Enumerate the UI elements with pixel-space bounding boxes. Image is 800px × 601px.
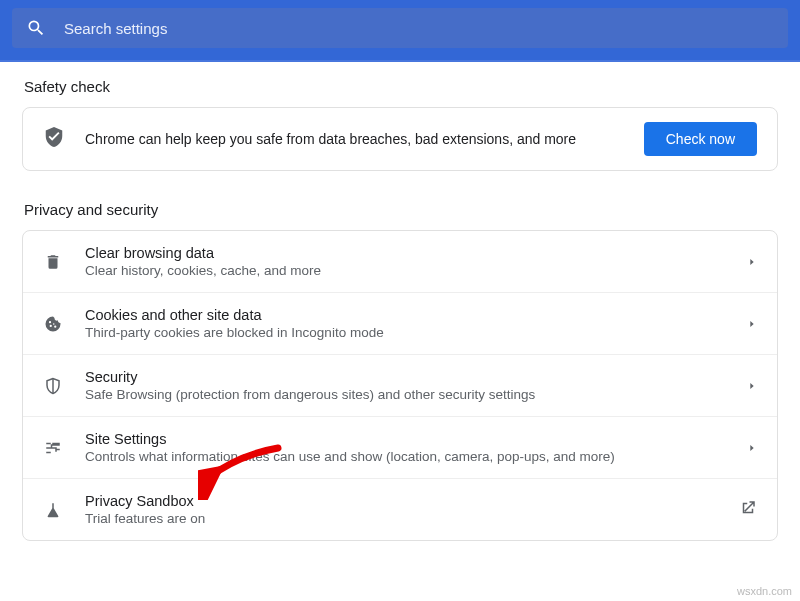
row-title: Clear browsing data [85,245,747,261]
row-title: Security [85,369,747,385]
privacy-security-heading: Privacy and security [0,171,800,228]
row-subtitle: Third-party cookies are blocked in Incog… [85,325,747,340]
row-body: SecuritySafe Browsing (protection from d… [85,369,747,402]
row-body: Privacy SandboxTrial features are on [85,493,739,526]
chevron-right-icon [747,439,757,457]
external-link-icon [739,499,757,521]
chevron-right-icon [747,253,757,271]
flask-icon [43,501,63,519]
privacy-item-clear-browsing-data[interactable]: Clear browsing dataClear history, cookie… [23,231,777,292]
row-title: Cookies and other site data [85,307,747,323]
row-body: Clear browsing dataClear history, cookie… [85,245,747,278]
check-now-button[interactable]: Check now [644,122,757,156]
search-icon [26,18,46,38]
row-title: Site Settings [85,431,747,447]
search-bar [0,0,800,62]
row-subtitle: Clear history, cookies, cache, and more [85,263,747,278]
watermark: wsxdn.com [737,585,792,597]
chevron-right-icon [747,315,757,333]
row-title: Privacy Sandbox [85,493,739,509]
cookie-icon [43,315,63,333]
row-subtitle: Trial features are on [85,511,739,526]
shield-icon [43,126,65,152]
search-input[interactable] [64,20,774,37]
row-body: Cookies and other site dataThird-party c… [85,307,747,340]
chevron-right-icon [747,377,757,395]
trash-icon [43,253,63,271]
row-body: Site SettingsControls what information s… [85,431,747,464]
search-box[interactable] [12,8,788,48]
shield-outline-icon [43,377,63,395]
safety-check-row: Chrome can help keep you safe from data … [23,108,777,170]
privacy-item-site-settings[interactable]: Site SettingsControls what information s… [23,416,777,478]
privacy-item-cookies-and-other-site-data[interactable]: Cookies and other site dataThird-party c… [23,292,777,354]
tune-icon [43,439,63,457]
row-subtitle: Safe Browsing (protection from dangerous… [85,387,747,402]
safety-check-text: Chrome can help keep you safe from data … [85,131,644,147]
safety-check-heading: Safety check [0,62,800,105]
privacy-item-privacy-sandbox[interactable]: Privacy SandboxTrial features are on [23,478,777,540]
privacy-item-security[interactable]: SecuritySafe Browsing (protection from d… [23,354,777,416]
privacy-security-card: Clear browsing dataClear history, cookie… [22,230,778,541]
row-subtitle: Controls what information sites can use … [85,449,747,464]
safety-check-card: Chrome can help keep you safe from data … [22,107,778,171]
